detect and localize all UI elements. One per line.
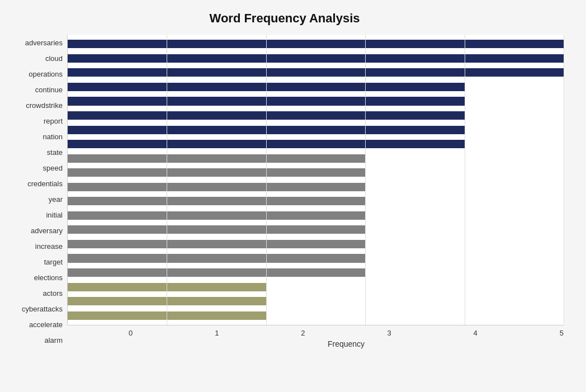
y-label: year (49, 196, 63, 203)
y-label: operations (29, 70, 63, 78)
bar-row (68, 280, 564, 294)
bar (68, 197, 365, 205)
bar-row (68, 108, 564, 123)
y-label: credentials (27, 180, 63, 187)
chart-area: adversariescloudoperationscontinuecrowds… (6, 35, 564, 348)
bar-row (68, 237, 564, 252)
y-label: initial (46, 211, 63, 219)
y-label: cyberattacks (22, 305, 63, 313)
grid-line (167, 35, 167, 325)
y-label: alarm (44, 337, 63, 344)
bar-row (68, 122, 564, 137)
bar-row (68, 266, 564, 280)
grid-and-bars (67, 35, 564, 325)
bar (68, 168, 365, 177)
x-tick: 4 (474, 329, 478, 337)
y-label: state (47, 149, 63, 156)
bar (68, 240, 365, 248)
x-tick: 1 (215, 329, 219, 337)
bar (68, 183, 365, 191)
bar (68, 211, 365, 220)
y-label: elections (34, 274, 63, 281)
bar (68, 54, 564, 63)
bar (68, 40, 564, 48)
y-label: nation (43, 133, 63, 140)
bar-row (68, 166, 564, 180)
grid-line (564, 35, 564, 325)
y-label: adversary (31, 227, 63, 234)
y-label: crowdstrike (26, 102, 63, 109)
grid-line (465, 35, 465, 325)
x-tick: 0 (129, 329, 133, 337)
y-label: cloud (45, 55, 63, 62)
x-axis-title: Frequency (129, 339, 564, 348)
bar-row (68, 209, 564, 223)
bar (68, 254, 365, 262)
y-label: target (44, 258, 63, 266)
bar-row (68, 251, 564, 266)
y-labels: adversariescloudoperationscontinuecrowds… (6, 35, 67, 348)
x-tick: 3 (387, 329, 391, 337)
bar-row (68, 137, 564, 152)
bar-row (68, 308, 564, 323)
grid-line (266, 35, 267, 325)
bars-and-grid: 012345 Frequency (67, 35, 564, 348)
x-tick: 2 (301, 329, 305, 337)
y-label: report (44, 117, 63, 125)
bar-row (68, 180, 564, 194)
bar-rows (68, 35, 564, 325)
bar (68, 68, 564, 77)
bar (68, 225, 365, 234)
y-label: speed (43, 164, 63, 172)
bar-row (68, 80, 564, 95)
bar-row (68, 65, 564, 80)
bar-row (68, 94, 564, 108)
bar-row (68, 37, 564, 51)
y-label: actors (43, 290, 63, 297)
y-label: accelerate (29, 321, 63, 328)
y-label: increase (35, 243, 63, 250)
y-label: adversaries (25, 39, 63, 46)
bar (68, 154, 365, 163)
bar (68, 268, 365, 277)
x-tick: 5 (560, 329, 564, 337)
bar-row (68, 151, 564, 166)
bar-row (68, 51, 564, 66)
bar-row (68, 294, 564, 309)
x-axis-bottom: 012345 Frequency (129, 325, 564, 348)
chart-container: Word Frequency Analysis adversariescloud… (0, 0, 586, 392)
y-label: continue (35, 86, 63, 93)
bar-row (68, 194, 564, 209)
chart-title: Word Frequency Analysis (6, 11, 564, 26)
x-axis-labels: 012345 (129, 325, 564, 337)
grid-line (365, 35, 366, 325)
bar-row (68, 223, 564, 237)
